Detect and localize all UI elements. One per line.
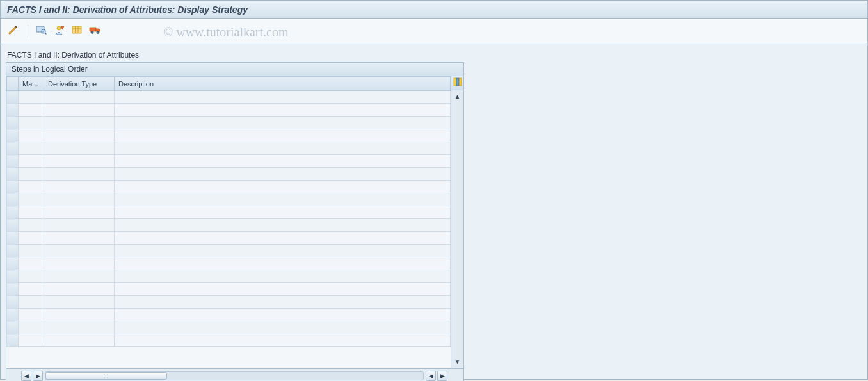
cell-desc[interactable] bbox=[115, 142, 451, 155]
table-settings-button[interactable] bbox=[451, 76, 463, 90]
cell-type[interactable] bbox=[44, 334, 115, 347]
cell-type[interactable] bbox=[44, 321, 115, 334]
row-selector[interactable] bbox=[7, 168, 19, 181]
change-display-button[interactable] bbox=[7, 24, 21, 38]
row-selector[interactable] bbox=[7, 91, 19, 104]
cell-desc[interactable] bbox=[115, 309, 451, 321]
table-row[interactable] bbox=[7, 91, 451, 104]
cell-maint[interactable] bbox=[19, 296, 44, 309]
cell-type[interactable] bbox=[44, 245, 115, 257]
cell-desc[interactable] bbox=[115, 193, 451, 206]
table-row[interactable] bbox=[7, 321, 451, 334]
cell-type[interactable] bbox=[44, 155, 115, 168]
scroll-up-icon[interactable]: ▲ bbox=[454, 92, 461, 101]
cell-desc[interactable] bbox=[115, 117, 451, 129]
row-selector-header[interactable] bbox=[7, 77, 19, 91]
table-row[interactable] bbox=[7, 334, 451, 347]
cell-maint[interactable] bbox=[19, 245, 44, 257]
cell-maint[interactable] bbox=[19, 270, 44, 283]
row-selector[interactable] bbox=[7, 321, 19, 334]
scroll-right-step-button[interactable]: ▶ bbox=[33, 371, 43, 381]
vertical-scrollbar[interactable]: ▲ ▼ bbox=[451, 90, 463, 368]
cell-desc[interactable] bbox=[115, 283, 451, 296]
row-selector[interactable] bbox=[7, 309, 19, 321]
cell-desc[interactable] bbox=[115, 257, 451, 270]
cell-desc[interactable] bbox=[115, 232, 451, 245]
table-row[interactable] bbox=[7, 168, 451, 181]
table-row[interactable] bbox=[7, 142, 451, 155]
cell-maint[interactable] bbox=[19, 142, 44, 155]
cell-maint[interactable] bbox=[19, 257, 44, 270]
cell-type[interactable] bbox=[44, 129, 115, 142]
cell-desc[interactable] bbox=[115, 245, 451, 257]
cell-desc[interactable] bbox=[115, 129, 451, 142]
row-selector[interactable] bbox=[7, 193, 19, 206]
row-selector[interactable] bbox=[7, 117, 19, 129]
cell-desc[interactable] bbox=[115, 219, 451, 232]
row-selector[interactable] bbox=[7, 129, 19, 142]
cell-desc[interactable] bbox=[115, 168, 451, 181]
cell-type[interactable] bbox=[44, 168, 115, 181]
cell-desc[interactable] bbox=[115, 296, 451, 309]
row-selector[interactable] bbox=[7, 296, 19, 309]
cell-type[interactable] bbox=[44, 232, 115, 245]
cell-type[interactable] bbox=[44, 206, 115, 219]
cell-type[interactable] bbox=[44, 193, 115, 206]
horizontal-scrollbar[interactable]: ◀ ▶ ◀ ▶ bbox=[9, 370, 448, 382]
table-row[interactable] bbox=[7, 257, 451, 270]
table-row[interactable] bbox=[7, 283, 451, 296]
table-row[interactable] bbox=[7, 104, 451, 117]
cell-type[interactable] bbox=[44, 309, 115, 321]
cell-maint[interactable] bbox=[19, 193, 44, 206]
cell-type[interactable] bbox=[44, 91, 115, 104]
table-row[interactable] bbox=[7, 129, 451, 142]
row-selector[interactable] bbox=[7, 206, 19, 219]
row-selector[interactable] bbox=[7, 270, 19, 283]
cell-desc[interactable] bbox=[115, 321, 451, 334]
col-desc-header[interactable]: Description bbox=[115, 77, 451, 91]
scroll-left-step2-button[interactable]: ◀ bbox=[426, 371, 436, 381]
row-selector[interactable] bbox=[7, 142, 19, 155]
hscroll-track[interactable] bbox=[45, 371, 424, 380]
cell-type[interactable] bbox=[44, 257, 115, 270]
cell-desc[interactable] bbox=[115, 155, 451, 168]
table-row[interactable] bbox=[7, 155, 451, 168]
row-selector[interactable] bbox=[7, 245, 19, 257]
cell-maint[interactable] bbox=[19, 309, 44, 321]
col-maint-header[interactable]: Ma... bbox=[19, 77, 44, 91]
cell-maint[interactable] bbox=[19, 155, 44, 168]
cell-desc[interactable] bbox=[115, 270, 451, 283]
cell-maint[interactable] bbox=[19, 283, 44, 296]
row-selector[interactable] bbox=[7, 283, 19, 296]
table-row[interactable] bbox=[7, 193, 451, 206]
cell-maint[interactable] bbox=[19, 321, 44, 334]
row-selector[interactable] bbox=[7, 104, 19, 117]
table-row[interactable] bbox=[7, 117, 451, 129]
cell-type[interactable] bbox=[44, 142, 115, 155]
cell-desc[interactable] bbox=[115, 104, 451, 117]
source-fields-button[interactable] bbox=[52, 24, 67, 38]
row-selector[interactable] bbox=[7, 257, 19, 270]
table-row[interactable] bbox=[7, 219, 451, 232]
cell-type[interactable] bbox=[44, 104, 115, 117]
row-selector[interactable] bbox=[7, 219, 19, 232]
cell-maint[interactable] bbox=[19, 181, 44, 193]
cell-desc[interactable] bbox=[115, 334, 451, 347]
row-selector[interactable] bbox=[7, 155, 19, 168]
cell-type[interactable] bbox=[44, 117, 115, 129]
cell-type[interactable] bbox=[44, 219, 115, 232]
cell-maint[interactable] bbox=[19, 206, 44, 219]
cell-maint[interactable] bbox=[19, 219, 44, 232]
cell-desc[interactable] bbox=[115, 181, 451, 193]
scroll-left-button[interactable]: ◀ bbox=[21, 371, 31, 381]
cell-desc[interactable] bbox=[115, 206, 451, 219]
cell-type[interactable] bbox=[44, 283, 115, 296]
cell-type[interactable] bbox=[44, 181, 115, 193]
cell-maint[interactable] bbox=[19, 168, 44, 181]
scroll-down-icon[interactable]: ▼ bbox=[454, 357, 461, 366]
scroll-right-button[interactable]: ▶ bbox=[437, 371, 447, 381]
cell-maint[interactable] bbox=[19, 232, 44, 245]
hscroll-thumb[interactable] bbox=[45, 372, 167, 380]
table-row[interactable] bbox=[7, 245, 451, 257]
row-selector[interactable] bbox=[7, 181, 19, 193]
